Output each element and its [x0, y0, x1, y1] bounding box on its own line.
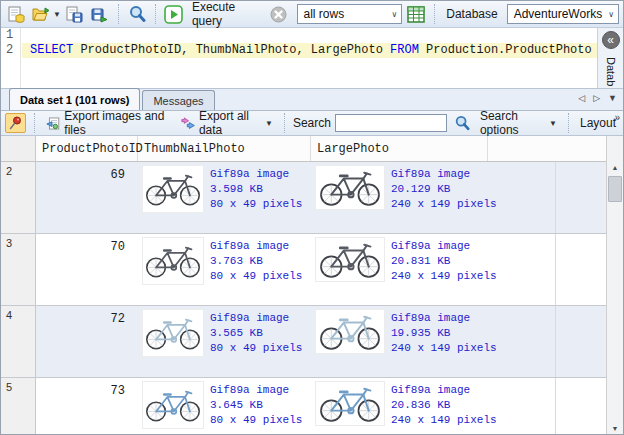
- result-tabbar: Data set 1 (101 rows) Messages ◁ ▷ ▼: [1, 89, 623, 111]
- search-options-label: Search options: [480, 109, 547, 137]
- scrollbar-thumb[interactable]: [608, 176, 622, 202]
- main-toolbar: ▼: [1, 1, 623, 28]
- tab-messages[interactable]: Messages: [142, 90, 214, 110]
- large-image: [315, 237, 385, 282]
- table-row: 3 70 Gif89a image 3.763 KB 80 x 49 pixel…: [1, 234, 608, 306]
- image-metadata: Gif89a image 20.836 KB 240 x 149 pixels: [391, 383, 497, 428]
- cell-productphotoid[interactable]: 72: [36, 306, 138, 377]
- image-metadata: Gif89a image 19.935 KB 240 x 149 pixels: [391, 311, 497, 356]
- open-dropdown-caret[interactable]: ▼: [53, 10, 61, 19]
- chevron-down-icon: ▼: [265, 119, 273, 128]
- column-header-productphotoid[interactable]: ProductPhotoID: [36, 136, 138, 161]
- toolbar-separator: [568, 113, 569, 133]
- sql-text: ProductPhotoID, ThumbNailPhoto, LargePho…: [73, 43, 390, 57]
- layout-button[interactable]: Layout: [577, 113, 619, 133]
- pin-icon[interactable]: [5, 113, 26, 133]
- cell-largephoto[interactable]: Gif89a image 20.129 KB 240 x 149 pixels: [311, 162, 556, 233]
- prev-tab-icon[interactable]: ◁: [578, 93, 585, 103]
- results-toolbar: Export images and files Export all data …: [1, 111, 623, 136]
- export-all-data-button[interactable]: Export all data ▼: [178, 113, 276, 133]
- large-image: [315, 381, 385, 426]
- chevron-down-icon: ∨: [391, 10, 397, 19]
- toolbar-separator: [155, 4, 156, 24]
- toolbar-separator: [434, 4, 435, 24]
- toolbar-separator: [284, 113, 285, 133]
- side-panel-tab-database[interactable]: Datab: [605, 57, 617, 86]
- tab-dataset[interactable]: Data set 1 (101 rows): [9, 88, 140, 110]
- cell-productphotoid[interactable]: 73: [36, 378, 138, 435]
- sql-keyword: FROM: [390, 43, 419, 57]
- new-query-icon[interactable]: [5, 3, 27, 25]
- sql-editor: 1 2 SELECT ProductPhotoID, ThumbNailPhot…: [1, 28, 623, 89]
- open-file-icon[interactable]: [30, 3, 52, 25]
- cell-largephoto[interactable]: Gif89a image 20.836 KB 240 x 149 pixels: [311, 378, 556, 435]
- image-metadata: Gif89a image 20.831 KB 240 x 149 pixels: [391, 239, 497, 284]
- column-header-thumbnailphoto[interactable]: ThumbNailPhoto: [138, 136, 311, 161]
- scroll-down-icon[interactable]: ▼: [607, 421, 623, 435]
- image-metadata: Gif89a image 3.763 KB 80 x 49 pixels: [210, 239, 302, 284]
- row-number[interactable]: 5: [1, 378, 36, 435]
- line-number-gutter: 1 2: [1, 28, 21, 88]
- image-metadata: Gif89a image 3.645 KB 80 x 49 pixels: [210, 383, 302, 428]
- expand-panel-icon[interactable]: «: [602, 31, 620, 49]
- grid-header: ProductPhotoID ThumbNailPhoto LargePhoto: [1, 136, 608, 162]
- rows-limit-select[interactable]: all rows ∨: [297, 4, 403, 24]
- column-header-largephoto[interactable]: LargePhoto: [311, 136, 488, 161]
- search-icon[interactable]: [451, 113, 473, 133]
- execute-query-label[interactable]: Execute query: [192, 0, 259, 28]
- sql-code-area[interactable]: SELECT ProductPhotoID, ThumbNailPhoto, L…: [22, 28, 597, 88]
- save-query-icon[interactable]: [64, 3, 86, 25]
- next-tab-icon[interactable]: ▷: [593, 93, 600, 103]
- table-row: 2 69 Gif89a image 3.598 KB 80 x 49 pixel…: [1, 162, 608, 234]
- tab-list-icon[interactable]: ▼: [608, 93, 617, 103]
- cell-largephoto[interactable]: Gif89a image 19.935 KB 240 x 149 pixels: [311, 306, 556, 377]
- search-input[interactable]: [335, 114, 447, 132]
- result-grid: ProductPhotoID ThumbNailPhoto LargePhoto…: [1, 136, 623, 435]
- image-metadata: Gif89a image 20.129 KB 240 x 149 pixels: [391, 167, 497, 212]
- vertical-scrollbar[interactable]: ▲ ▼: [606, 136, 623, 435]
- toolbar-overflow-icon[interactable]: »: [614, 112, 620, 123]
- cell-thumbnailphoto[interactable]: Gif89a image 3.565 KB 80 x 49 pixels: [138, 306, 311, 377]
- execute-query-icon[interactable]: [163, 3, 185, 25]
- cell-productphotoid[interactable]: 70: [36, 234, 138, 305]
- cell-productphotoid[interactable]: 69: [36, 162, 138, 233]
- tab-messages-label: Messages: [153, 95, 203, 107]
- cell-thumbnailphoto[interactable]: Gif89a image 3.763 KB 80 x 49 pixels: [138, 234, 311, 305]
- export-all-data-label: Export all data: [199, 109, 263, 137]
- collapsed-side-panel: « Datab: [597, 28, 623, 88]
- thumbnail-image: [142, 309, 204, 357]
- database-select[interactable]: AdventureWorks ∨: [507, 4, 619, 24]
- thumbnail-image: [142, 381, 204, 429]
- toolbar-separator: [34, 113, 35, 133]
- thumbnail-image: [142, 237, 204, 285]
- cell-largephoto[interactable]: Gif89a image 20.831 KB 240 x 149 pixels: [311, 234, 556, 305]
- image-metadata: Gif89a image 3.565 KB 80 x 49 pixels: [210, 311, 302, 356]
- row-number[interactable]: 2: [1, 162, 36, 233]
- search-options-button[interactable]: Search options ▼: [477, 113, 560, 133]
- sql-keyword: SELECT: [30, 43, 73, 57]
- layout-label: Layout: [580, 116, 616, 130]
- cell-thumbnailphoto[interactable]: Gif89a image 3.598 KB 80 x 49 pixels: [138, 162, 311, 233]
- find-icon[interactable]: [126, 3, 148, 25]
- table-row: 4 72 Gif89a image 3.565 KB 80 x 49 pixel…: [1, 306, 608, 378]
- row-number[interactable]: 3: [1, 234, 36, 305]
- row-number-header: [1, 136, 36, 161]
- database-value: AdventureWorks: [514, 7, 602, 21]
- export-images-label: Export images and files: [64, 109, 170, 137]
- cell-thumbnailphoto[interactable]: Gif89a image 3.645 KB 80 x 49 pixels: [138, 378, 311, 435]
- sql-line-1: [22, 28, 597, 43]
- export-images-icon: [46, 116, 61, 131]
- chevron-down-icon: ∨: [608, 10, 614, 19]
- scroll-up-icon[interactable]: ▲: [607, 160, 623, 175]
- large-image: [315, 165, 385, 210]
- chevron-down-icon: ▼: [549, 119, 557, 128]
- export-images-button[interactable]: Export images and files: [43, 113, 174, 133]
- save-results-icon[interactable]: [89, 3, 111, 25]
- large-image: [315, 309, 385, 354]
- export-all-data-icon: [181, 116, 195, 130]
- grid-view-icon[interactable]: [405, 3, 427, 25]
- stop-query-icon[interactable]: [268, 3, 290, 25]
- toolbar-separator: [118, 4, 119, 24]
- sql-text: Production.ProductPhoto: [419, 43, 592, 57]
- row-number[interactable]: 4: [1, 306, 36, 377]
